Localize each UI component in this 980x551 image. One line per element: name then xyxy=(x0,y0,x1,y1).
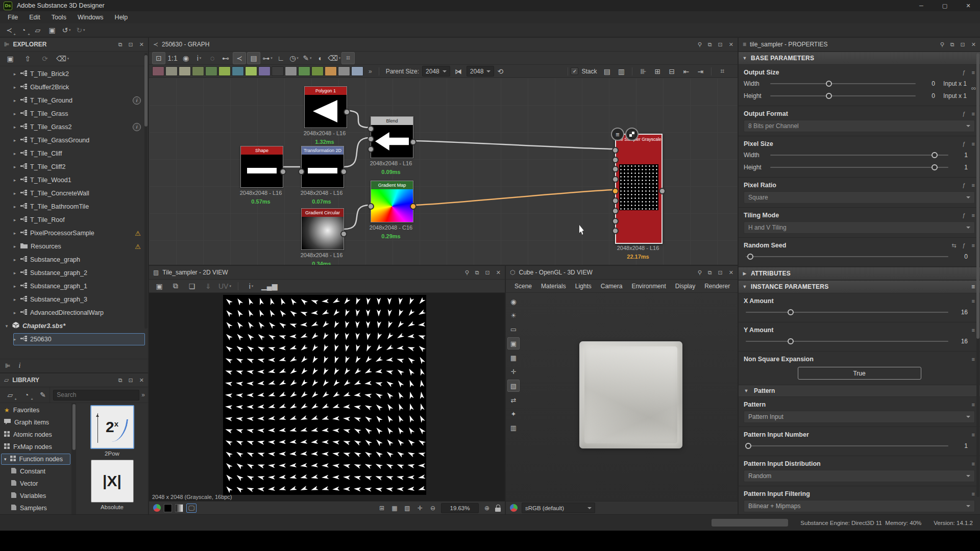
zoom-out-icon[interactable]: ⊖ xyxy=(428,504,437,512)
slider-track[interactable] xyxy=(770,95,916,96)
minimize-button[interactable]: ─ xyxy=(910,0,933,11)
camera-icon[interactable]: ◉ xyxy=(508,296,519,307)
presets-icon[interactable]: ≡ xyxy=(972,69,975,76)
node-swatch-8[interactable] xyxy=(258,66,271,76)
stack-vertical-icon[interactable]: ▤ xyxy=(601,66,613,77)
zoom-actual-icon[interactable]: 1:1 xyxy=(166,53,179,64)
tree-item-250630[interactable]: ▸250630 xyxy=(0,333,148,346)
node-swatch-5[interactable] xyxy=(218,66,231,76)
view-2d-tab-title[interactable]: Tile_sampler - 2D VIEW xyxy=(162,269,228,276)
node-swatch-15[interactable] xyxy=(351,66,363,76)
library-category-favorites[interactable]: ★Favorites xyxy=(0,404,71,416)
center-icon[interactable]: ✛ xyxy=(415,504,425,512)
float-panel-icon[interactable]: ⧉ xyxy=(118,41,122,48)
input-port[interactable] xyxy=(612,147,619,154)
input-port[interactable] xyxy=(612,188,619,194)
colorspace-select[interactable]: sRGB (default) xyxy=(522,503,595,513)
output-port[interactable] xyxy=(344,109,350,115)
slider-knob[interactable] xyxy=(747,254,753,260)
output-port[interactable] xyxy=(410,203,416,210)
menu-3d-materials[interactable]: Materials xyxy=(537,283,570,290)
tree-item-t-tile-ground[interactable]: ▸T_Tile_Groundi xyxy=(0,94,148,107)
open-icon[interactable]: ▱ xyxy=(32,24,44,36)
slider-knob[interactable] xyxy=(788,338,794,344)
output-port[interactable] xyxy=(340,231,347,237)
save-copy-icon[interactable]: ⧉ xyxy=(169,281,182,292)
node-transformation-2d[interactable]: Transformation 2D xyxy=(301,146,344,188)
search-icon[interactable]: ◌ xyxy=(206,53,218,64)
chevron-right-icon[interactable]: ▸ xyxy=(12,270,17,276)
distribute-h-icon[interactable]: ⊪ xyxy=(637,66,649,77)
grid-icon[interactable]: ⊞ xyxy=(377,504,386,512)
section-instance-parameters[interactable]: ▼INSTANCE PARAMETERS≡ xyxy=(739,280,980,293)
elbow-links-icon[interactable]: ∟ xyxy=(275,53,287,64)
presets-icon[interactable]: ≡ xyxy=(972,182,975,188)
document-badge-icon[interactable]: ≣ xyxy=(611,128,624,141)
tree-item-substance-graph[interactable]: ▸Substance_graph xyxy=(0,253,148,266)
graph-links-icon[interactable]: ≺ xyxy=(233,52,246,64)
stack-horizontal-icon[interactable]: ▥ xyxy=(615,66,627,77)
node-swatch-11[interactable] xyxy=(298,66,310,76)
graph-canvas[interactable]: 2048x2048 - L161.32msPolygon 12048x2048 … xyxy=(149,78,738,267)
node-swatch-4[interactable] xyxy=(205,66,217,76)
clean-icon[interactable]: ⌫▾ xyxy=(56,53,69,64)
presets-icon[interactable]: ≡ xyxy=(972,242,975,248)
section-base-parameters[interactable]: ▼BASE PARAMETERS xyxy=(739,52,980,65)
dropdown-tiling-mode[interactable]: H and V Tiling xyxy=(744,221,975,234)
output-port[interactable] xyxy=(280,168,286,175)
info-dropdown[interactable]: i▾ xyxy=(245,281,257,292)
arrange-icon[interactable]: ⌗ xyxy=(716,66,728,77)
align-left-icon[interactable]: ⇤ xyxy=(680,66,692,77)
slider-knob[interactable] xyxy=(932,152,938,158)
input-port[interactable] xyxy=(368,203,374,210)
chevron-right-icon[interactable]: ▸ xyxy=(12,191,17,196)
chevron-right-icon[interactable]: ▸ xyxy=(12,284,17,289)
info-view-icon[interactable]: i xyxy=(18,362,20,370)
close-button[interactable]: ✕ xyxy=(957,0,980,11)
align-right-icon[interactable]: ⇥ xyxy=(694,66,706,77)
input-port[interactable] xyxy=(612,157,619,163)
chevron-right-icon[interactable]: ▸ xyxy=(12,85,17,90)
node-gradient-circular[interactable]: Gradient Circular xyxy=(301,208,344,250)
warning-badge-icon[interactable]: ⚠ xyxy=(135,230,141,237)
chevron-right-icon[interactable]: ▸ xyxy=(12,257,17,262)
wand-icon[interactable]: ✦ xyxy=(508,408,519,419)
presets-icon[interactable]: ≡ xyxy=(972,432,975,438)
input-port[interactable] xyxy=(612,166,619,172)
fit-icon[interactable]: ▧ xyxy=(403,504,412,512)
library-category-atomic-nodes[interactable]: Atomic nodes xyxy=(0,429,71,441)
chevron-right-icon[interactable]: ▸ xyxy=(12,151,17,156)
chevron-right-icon[interactable]: ▸ xyxy=(12,178,17,183)
dropdown-pattern-input-distribution[interactable]: Random xyxy=(744,470,975,482)
slider-knob[interactable] xyxy=(788,309,794,315)
preview-icon[interactable]: ◐ xyxy=(314,53,327,64)
new-folder-icon[interactable]: ▱+ xyxy=(4,389,16,400)
copy-icon[interactable]: ❏ xyxy=(186,281,198,292)
slider-track[interactable] xyxy=(746,256,948,257)
redo-icon[interactable]: ↻▾ xyxy=(75,24,87,36)
export-icon[interactable]: ⇧ xyxy=(21,53,34,64)
close-panel-icon[interactable]: ✕ xyxy=(729,41,733,48)
library-category-function-nodes[interactable]: ▾Function nodes xyxy=(0,453,71,465)
menu-windows[interactable]: Windows xyxy=(72,11,109,23)
close-panel-icon[interactable]: ✕ xyxy=(971,41,976,48)
tree-item-substance-graph-3[interactable]: ▸Substance_graph_3 xyxy=(0,293,148,306)
presets-icon[interactable]: ≡ xyxy=(972,111,975,117)
toggle-button-non-square-expansion[interactable]: True xyxy=(798,367,921,380)
stack-checkbox[interactable]: ✓ xyxy=(571,67,578,75)
slider-track[interactable] xyxy=(770,155,948,156)
swatch-overflow-icon[interactable]: » xyxy=(369,68,372,75)
tree-item-t-tile-bathroomtile[interactable]: ▸T_Tile_BathroomTile xyxy=(0,200,148,213)
menu-file[interactable]: File xyxy=(2,11,23,23)
floor-icon[interactable]: ▭ xyxy=(508,323,519,335)
node-info-icon[interactable]: i▾ xyxy=(193,53,205,64)
pin-panel-icon[interactable]: ⚲ xyxy=(940,41,944,48)
function-icon[interactable]: ƒ xyxy=(962,182,965,188)
import-icon[interactable]: ⇓ xyxy=(202,281,214,292)
info-badge-icon[interactable]: i xyxy=(133,96,141,105)
align-top-icon[interactable]: ⊟ xyxy=(666,66,678,77)
slider-track[interactable] xyxy=(746,312,948,313)
compact-links-icon[interactable]: ⊷ xyxy=(219,53,232,64)
library-item-absolute[interactable]: |X| xyxy=(91,460,134,503)
parent-size-select[interactable]: 2048 xyxy=(422,66,450,77)
